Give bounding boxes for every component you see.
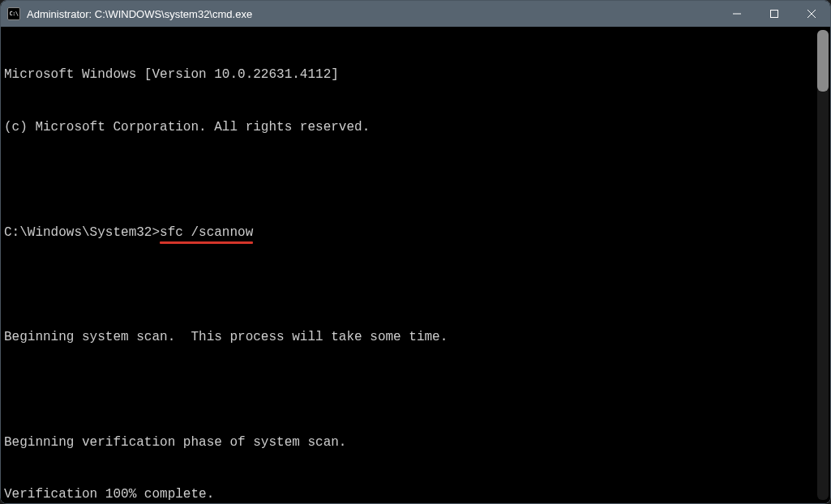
cmd-window: C:\ Administrator: C:\WINDOWS\system32\c… — [0, 0, 831, 504]
output-line: Microsoft Windows [Version 10.0.22631.41… — [4, 66, 814, 84]
command-highlighted: sfc /scannow — [160, 224, 253, 242]
window-title: Administrator: C:\WINDOWS\system32\cmd.e… — [27, 8, 718, 20]
output-line: Beginning system scan. This process will… — [4, 329, 814, 347]
blank-line — [4, 382, 814, 399]
terminal-body: Microsoft Windows [Version 10.0.22631.41… — [1, 27, 830, 503]
output-line: (c) Microsoft Corporation. All rights re… — [4, 119, 814, 137]
output-line: Beginning verification phase of system s… — [4, 434, 814, 452]
minimize-button[interactable] — [718, 1, 756, 27]
cmd-icon: C:\ — [7, 7, 20, 20]
scrollbar-track[interactable] — [817, 30, 829, 500]
blank-line — [4, 172, 814, 190]
prompt-line: C:\Windows\System32>sfc /scannow — [4, 224, 814, 242]
window-controls — [718, 1, 830, 27]
maximize-button[interactable] — [756, 1, 793, 27]
output-line: Verification 100% complete. — [4, 486, 814, 503]
svg-rect-1 — [771, 11, 778, 18]
blank-line — [4, 276, 814, 294]
titlebar[interactable]: C:\ Administrator: C:\WINDOWS\system32\c… — [1, 1, 830, 27]
maximize-icon — [770, 10, 778, 18]
minimize-icon — [733, 10, 741, 18]
close-button[interactable] — [793, 1, 830, 27]
prompt-prefix: C:\Windows\System32> — [4, 225, 160, 240]
close-icon — [807, 10, 816, 18]
scrollbar-thumb[interactable] — [817, 30, 829, 92]
terminal-output[interactable]: Microsoft Windows [Version 10.0.22631.41… — [1, 27, 817, 503]
